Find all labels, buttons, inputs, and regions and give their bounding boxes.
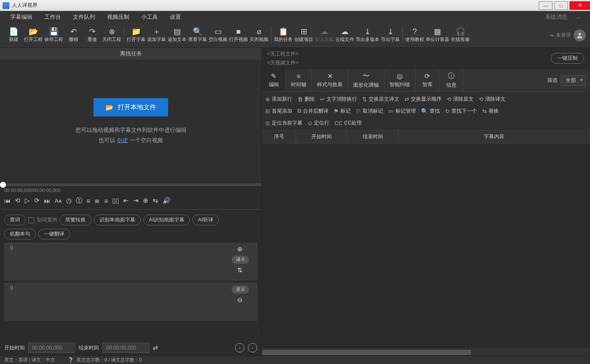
action-删除[interactable]: 🗑删除 (297, 96, 315, 103)
create-blank-link[interactable]: 创建 (117, 137, 128, 143)
loop-icon[interactable]: ⇆ (153, 197, 158, 204)
system-message[interactable]: 系统消息 (540, 13, 573, 21)
play-icon[interactable]: ▷ (25, 197, 30, 204)
action-交换显示顺序[interactable]: ⇄交换显示顺序 (404, 96, 442, 103)
tab-图形化调轴[interactable]: 〜图形化调轴 (348, 69, 384, 91)
tool-关闭视频[interactable]: ⌀关闭视频 (249, 24, 269, 47)
filter-select[interactable]: 全部 (561, 75, 586, 86)
prev-line-button[interactable]: ‹ (235, 343, 244, 352)
chip-ai-ocr[interactable]: AI识别画面字幕 (143, 215, 190, 225)
action-替换[interactable]: ⇆替换 (482, 108, 499, 115)
action-CC处理[interactable]: CCCC处理 (334, 119, 362, 127)
chip-lookup[interactable]: 查词 (4, 215, 26, 225)
action-合并后翻译[interactable]: ⧉合并后翻译 (297, 108, 328, 115)
tool-保存工程[interactable]: 💾保存工程 (44, 24, 64, 47)
menu-workbench[interactable]: 工作台 (38, 11, 67, 23)
rewind-start-icon[interactable]: ⏮ (4, 197, 11, 204)
align-right-icon[interactable]: ≡ (104, 197, 108, 204)
menu-video-encode[interactable]: 视频压制 (101, 11, 135, 23)
tool-导出多版本[interactable]: ⤓导出多版本 (355, 24, 380, 47)
tool-查看字幕[interactable]: 🔍查看字幕 (187, 24, 208, 47)
progress-thumb[interactable] (0, 182, 6, 188)
end-time-input[interactable] (102, 343, 149, 353)
one-click-encode-button[interactable]: 一键压制 (551, 53, 584, 64)
tool-导出字幕[interactable]: ⤓导出字幕 (380, 24, 401, 47)
tool-空白视频[interactable]: ▭空白视频 (208, 24, 228, 47)
video-drop-area[interactable]: 📂 打开本地文件 您可以拖动视频和字幕文件到软件中进行编辑 也可以 创建 一个空… (0, 60, 262, 183)
action-定位当前字幕[interactable]: ◎定位当前字幕 (265, 119, 302, 127)
action-清除译文[interactable]: ⟲清除译文 (479, 96, 506, 103)
tool-重做[interactable]: ↷重做 (83, 24, 102, 47)
tool-在线客服[interactable]: 🎧在线客服 (450, 24, 471, 47)
action-取消标记[interactable]: ⚐取消标记 (356, 108, 383, 115)
target-icon[interactable]: ⊕ (143, 197, 148, 204)
action-标记[interactable]: ⚑标记 (334, 108, 351, 115)
tool-创建项目[interactable]: ⊞创建项目 (294, 24, 314, 47)
tool-云端文件[interactable]: ☁云端文件 (334, 24, 355, 47)
start-time-input[interactable] (28, 343, 75, 353)
action-查找[interactable]: 🔍查找 (421, 108, 440, 115)
font-icon[interactable]: Aᴀ (55, 198, 62, 204)
open-local-file-button[interactable]: 📂 打开本地文件 (93, 98, 168, 116)
video-progress[interactable] (0, 183, 262, 186)
translation-text-area[interactable]: 0 (4, 243, 257, 280)
chip-simplify[interactable]: 简繁转换 (60, 215, 91, 225)
volume-icon[interactable]: 🔊 (163, 197, 171, 204)
tool-我的任务[interactable]: 📋我的任务 (273, 24, 294, 47)
scrollbar-thumb[interactable] (262, 350, 471, 355)
close-button[interactable]: ✕ (570, 1, 590, 10)
mark-icon[interactable]: ⓣ (76, 197, 82, 205)
zoom-out-icon[interactable]: ⊖ (237, 296, 243, 304)
align-center-icon[interactable]: ≣ (94, 197, 100, 204)
layout-icon[interactable]: ▯▯ (112, 197, 119, 204)
tool-打开视频[interactable]: ■打开视频 (228, 24, 249, 47)
tool-使用教程[interactable]: ?使用教程 (404, 24, 425, 47)
chip-ocr-frame[interactable]: 识别本画面字幕 (94, 215, 141, 225)
tool-撤销[interactable]: ↶撤销 (64, 24, 83, 47)
tool-存入云端[interactable]: ☁存入云端 (314, 24, 334, 47)
avatar-icon[interactable] (574, 29, 586, 41)
action-查找下一个[interactable]: ↻查找下一个 (445, 108, 477, 115)
sync-icon[interactable]: ⇄ (153, 344, 158, 352)
next-line-button[interactable]: › (248, 343, 257, 352)
tool-打开工程[interactable]: 📂打开工程 (23, 24, 44, 47)
maximize-button[interactable]: □ (554, 1, 568, 10)
action-文字消除换行[interactable]: ↩文字消除换行 (320, 96, 357, 103)
fast-fwd-icon[interactable]: ⏭ (44, 197, 50, 204)
arrow-in-left-icon[interactable]: ⇤ (123, 197, 129, 204)
login-area[interactable]: ⇥ 未登录 (545, 29, 586, 41)
action-添加新行[interactable]: ⊕添加新行 (265, 96, 292, 103)
subtitle-table-body[interactable] (262, 143, 590, 349)
menu-settings[interactable]: 设置 (164, 11, 187, 23)
zoom-in-icon[interactable]: ⊕ (237, 245, 243, 253)
step-fwd-icon[interactable]: ⟳ (34, 197, 40, 204)
tool-新建[interactable]: 📄新建 (4, 24, 23, 47)
action-首尾添加[interactable]: ⊟首尾添加 (265, 108, 292, 115)
tab-编辑[interactable]: ✎编辑 (262, 69, 286, 91)
clock-icon[interactable]: ◷ (66, 197, 72, 204)
tab-智能纠错[interactable]: ◎智能纠错 (384, 69, 416, 91)
tool-关闭工程[interactable]: ⊗关闭工程 (102, 24, 122, 47)
align-left-icon[interactable]: ≡ (87, 197, 90, 204)
tab-信息[interactable]: ⓘ信息 (439, 69, 463, 91)
word-lookup-checkbox[interactable] (28, 217, 34, 223)
tool-追加文本[interactable]: ▤追加文本 (167, 24, 187, 47)
menu-file-queue[interactable]: 文件队列 (67, 11, 101, 23)
horizontal-scrollbar[interactable] (262, 349, 590, 355)
chip-mt-all[interactable]: 一键翻译 (38, 229, 70, 239)
swap-icon[interactable]: ⇅ (237, 266, 243, 274)
tool-追加字幕[interactable]: ＋追加字幕 (146, 24, 167, 47)
tab-样式与效果[interactable]: ✕样式与效果 (312, 69, 348, 91)
minimize-button[interactable]: — (539, 1, 552, 10)
chip-ai-listen[interactable]: AI听译 (192, 215, 218, 225)
chip-mt-line[interactable]: 机翻本句 (4, 229, 36, 239)
action-定位行[interactable]: ⊙定位行 (308, 119, 329, 127)
action-标记管理[interactable]: ≔标记管理 (388, 108, 416, 115)
tab-智库[interactable]: ⟳智库 (416, 69, 439, 91)
tab-时间轴[interactable]: ≡时间轴 (286, 69, 312, 91)
tool-打开字幕[interactable]: 📁打开字幕 (126, 24, 146, 47)
collapse-icon[interactable]: ︿ (573, 14, 586, 20)
menu-tools[interactable]: 小工具 (135, 11, 164, 23)
action-交换原文译文[interactable]: ⇅交换原文译文 (362, 96, 399, 103)
step-back-icon[interactable]: ⟲ (15, 197, 20, 204)
